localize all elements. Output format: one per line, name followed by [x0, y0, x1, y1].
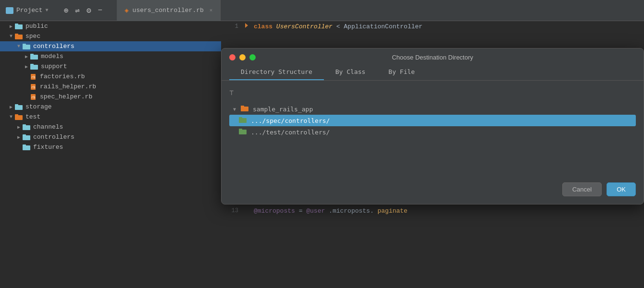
- layout-icon[interactable]: ⇌: [75, 6, 80, 15]
- add-icon[interactable]: ⊕: [64, 6, 69, 15]
- modal-directory-tree: ▼ sample_rails_app .../spec/controllers/…: [229, 103, 636, 138]
- folder-icon-spec: [14, 33, 23, 40]
- chain: .microposts.: [329, 207, 374, 215]
- folder-icon-public: [14, 23, 23, 30]
- sidebar-item-fixtures[interactable]: fixtures: [0, 142, 221, 152]
- line-num-1: 1: [225, 23, 238, 30]
- class-inheritance: < ApplicationController: [336, 23, 422, 30]
- arrow-models: ▶: [23, 54, 30, 60]
- sidebar-item-spec[interactable]: ▼ spec: [0, 31, 221, 41]
- tab-by-file[interactable]: By File: [377, 64, 426, 80]
- svg-rect-7: [30, 54, 34, 56]
- modal-tree-item-sample-rails-app[interactable]: ▼ sample_rails_app: [229, 103, 636, 115]
- svg-rect-31: [239, 117, 242, 119]
- sidebar-item-factories[interactable]: rb factories.rb: [0, 72, 221, 82]
- label-support: support: [41, 63, 67, 70]
- sidebar-item-test-controllers[interactable]: ▶ controllers: [0, 132, 221, 142]
- svg-text:rb: rb: [31, 96, 35, 99]
- project-icon: [6, 7, 13, 14]
- tab-file-icon: ◈: [124, 6, 128, 14]
- label-spec-controllers: .../spec/controllers/: [251, 117, 330, 124]
- line-num-13: 13: [225, 207, 238, 214]
- folder-icon-fixtures: [22, 144, 31, 151]
- folder-icon-test: [14, 114, 23, 120]
- svg-rect-19: [15, 114, 18, 116]
- label-controllers: controllers: [33, 43, 74, 50]
- folder-icon-spec-controllers: [239, 117, 247, 124]
- traffic-light-maximize[interactable]: [249, 54, 256, 60]
- label-spec: spec: [25, 33, 40, 40]
- arrow-controllers: ▼: [15, 44, 22, 49]
- modal-body: ⊤ ▼ sample_rails_app .../spec/controller…: [222, 81, 644, 177]
- folder-icon-storage: [14, 104, 23, 110]
- sidebar-item-channels[interactable]: ▶ channels: [0, 122, 221, 132]
- cancel-button[interactable]: Cancel: [562, 182, 602, 196]
- rb-icon-rails-helper: rb: [30, 84, 37, 90]
- tab-directory-structure[interactable]: Directory Structure: [229, 64, 324, 80]
- folder-icon-support: [30, 63, 38, 70]
- folder-icon-test-controllers: [239, 128, 247, 136]
- svg-rect-5: [23, 44, 26, 46]
- modal-tree-item-spec-controllers[interactable]: .../spec/controllers/: [229, 115, 636, 126]
- svg-text:rb: rb: [31, 75, 35, 79]
- sidebar: ▶ public ▼ spec ▼ controllers: [0, 21, 221, 288]
- minimize-icon[interactable]: −: [98, 6, 103, 15]
- project-title: Project: [16, 7, 43, 14]
- arrow-channels: ▶: [15, 124, 22, 130]
- svg-text:rb: rb: [31, 85, 35, 89]
- arrow-support: ▶: [23, 64, 30, 70]
- line-gutter-1: [244, 22, 254, 31]
- tab-by-class[interactable]: By Class: [324, 64, 377, 80]
- line-gutter-13: [244, 207, 254, 215]
- arrow-sample-rails: ▼: [233, 107, 239, 112]
- svg-rect-25: [23, 144, 26, 146]
- ok-button[interactable]: OK: [607, 182, 636, 196]
- arrow-spec-helper: [23, 94, 30, 99]
- tab-users-controller[interactable]: ◈ users_controller.rb ×: [117, 0, 221, 21]
- traffic-lights: [229, 54, 256, 60]
- svg-rect-17: [15, 104, 18, 106]
- traffic-light-close[interactable]: [229, 54, 235, 60]
- arrow-fixtures: [15, 144, 22, 150]
- svg-rect-1: [15, 24, 18, 25]
- arrow-factories: [23, 74, 30, 79]
- settings-icon[interactable]: ⚙: [87, 6, 91, 15]
- editor-line-1: 1 class UsersController < ApplicationCon…: [221, 21, 644, 32]
- modal-footer: Cancel OK: [222, 177, 644, 204]
- label-test-controllers: controllers: [33, 133, 74, 141]
- sidebar-item-rails-helper[interactable]: rb rails_helper.rb: [0, 82, 221, 92]
- traffic-light-minimize[interactable]: [239, 54, 246, 60]
- folder-icon-sample-rails: [241, 105, 248, 113]
- arrow-test-controllers: ▶: [15, 134, 22, 140]
- svg-rect-3: [15, 34, 18, 36]
- filter-icon[interactable]: ⊤: [229, 88, 234, 97]
- label-models: models: [41, 53, 63, 60]
- editor-line-13: 13 @microposts = @user .microposts. pagi…: [221, 205, 644, 216]
- label-public: public: [25, 23, 48, 30]
- label-spec-helper: spec_helper.rb: [40, 93, 92, 100]
- folder-icon-channels: [22, 124, 31, 131]
- top-icons: ⊕ ⇌ ⚙ −: [59, 6, 108, 15]
- tab-close-btn[interactable]: ×: [210, 8, 213, 13]
- sidebar-item-models[interactable]: ▶ models: [0, 51, 221, 61]
- arrow-test: ▼: [8, 114, 14, 120]
- sidebar-item-public[interactable]: ▶ public: [0, 21, 221, 31]
- keyword-class: class: [254, 23, 272, 30]
- label-fixtures: fixtures: [33, 144, 63, 151]
- sidebar-item-test[interactable]: ▼ test: [0, 112, 221, 122]
- modal-tree-item-test-controllers[interactable]: .../test/controllers/: [229, 126, 636, 138]
- label-storage: storage: [25, 103, 52, 110]
- tab-filename: users_controller.rb: [133, 7, 204, 14]
- modal-title: Choose Destination Directory: [392, 54, 473, 61]
- rb-icon-spec-helper: rb: [30, 94, 37, 100]
- sidebar-item-storage[interactable]: ▶ storage: [0, 102, 221, 112]
- folder-icon-controllers: [22, 43, 31, 50]
- rb-icon-factories: rb: [30, 73, 37, 80]
- modal-dialog: Choose Destination Directory Directory S…: [221, 48, 644, 204]
- label-channels: channels: [33, 123, 63, 131]
- sidebar-item-controllers[interactable]: ▼ controllers: [0, 41, 221, 51]
- arrow-rails-helper: [23, 84, 30, 89]
- sidebar-item-support[interactable]: ▶ support: [0, 61, 221, 72]
- sidebar-item-spec-helper[interactable]: rb spec_helper.rb: [0, 92, 221, 102]
- filter-bar: ⊤: [229, 86, 636, 101]
